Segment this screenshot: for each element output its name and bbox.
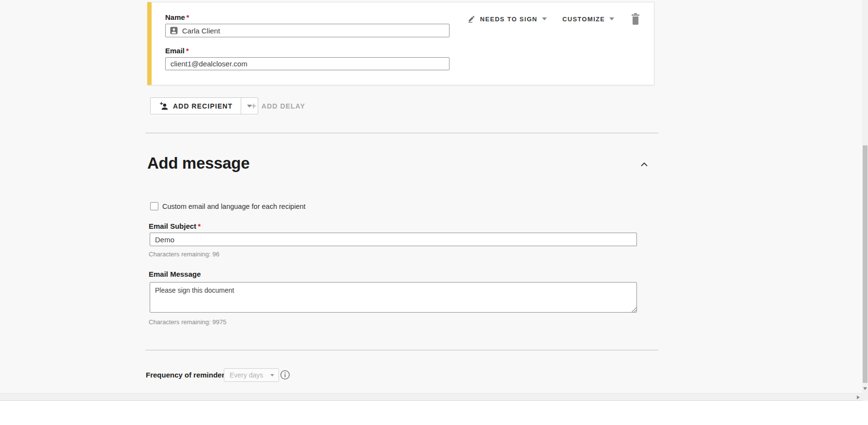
email-message-label-text: Email Message [149, 270, 201, 278]
custom-email-checkbox-label[interactable]: Custom email and language for each recip… [162, 203, 306, 210]
send-for-signature-page: Name* Email* NEEDS TO SIGN CUSTOMIZE [0, 0, 868, 425]
required-asterisk: * [198, 222, 201, 230]
caret-down-icon [542, 17, 547, 20]
recipient-name-field[interactable] [165, 24, 450, 37]
info-icon [280, 370, 290, 380]
email-message-label: Email Message [149, 270, 201, 278]
required-asterisk: * [186, 13, 189, 21]
message-chars-remaining: Characters remaining: 9975 [149, 318, 226, 326]
recipient-name-input[interactable] [182, 27, 445, 35]
scroll-right-arrow-icon[interactable] [857, 395, 860, 399]
caret-down-icon [270, 374, 274, 377]
vertical-scrollbar-thumb[interactable] [863, 145, 868, 383]
reminder-info-button[interactable] [280, 370, 290, 380]
caret-down-icon [609, 17, 614, 20]
custom-email-checkbox[interactable] [150, 202, 158, 210]
needs-to-sign-label: NEEDS TO SIGN [480, 16, 538, 23]
reminder-frequency-value: Every days [230, 371, 263, 379]
horizontal-scrollbar[interactable] [0, 393, 862, 401]
frequency-of-reminders-label: Frequency of reminders: [146, 371, 231, 379]
required-asterisk: * [186, 47, 189, 55]
add-recipient-button[interactable]: ADD RECIPIENT [151, 98, 241, 114]
add-delay-label: ADD DELAY [262, 102, 305, 110]
add-message-heading: Add message [147, 154, 249, 173]
section-divider [145, 133, 658, 133]
signature-pen-icon [467, 15, 476, 23]
add-delay-button[interactable]: + ADD DELAY [251, 97, 305, 114]
email-subject-input[interactable] [150, 233, 637, 246]
person-add-icon [159, 101, 169, 110]
subject-chars-remaining: Characters remaining: 96 [149, 251, 219, 258]
plus-icon: + [251, 101, 257, 111]
recipient-email-input[interactable] [165, 57, 450, 70]
email-subject-label-text: Email Subject [149, 222, 196, 230]
vertical-scrollbar[interactable] [862, 0, 868, 393]
email-subject-label: Email Subject* [149, 222, 201, 230]
email-message-textarea[interactable]: Please sign this document [150, 282, 637, 313]
collapse-section-button[interactable] [640, 159, 653, 170]
scroll-down-arrow-icon[interactable] [863, 387, 867, 390]
needs-to-sign-dropdown[interactable]: NEEDS TO SIGN [467, 13, 547, 25]
contact-badge-icon [170, 26, 178, 35]
name-label: Name* [165, 13, 189, 21]
delete-recipient-button[interactable] [630, 12, 643, 26]
reminder-frequency-select[interactable]: Every days [224, 368, 279, 382]
recipient-card: Name* Email* NEEDS TO SIGN CUSTOMIZE [147, 2, 654, 85]
section-divider [145, 350, 658, 350]
chevron-up-icon [640, 162, 653, 167]
email-label-text: Email [165, 47, 185, 55]
footer-action-bar: SEND NOW NEXT [0, 401, 868, 425]
email-label: Email* [165, 47, 189, 55]
add-recipient-split-button: ADD RECIPIENT [150, 97, 258, 114]
trash-icon [630, 13, 643, 25]
scrollbar-corner [862, 393, 868, 401]
customize-dropdown[interactable]: CUSTOMIZE [562, 13, 614, 25]
name-label-text: Name [165, 13, 185, 21]
add-recipient-label: ADD RECIPIENT [173, 102, 232, 110]
customize-label: CUSTOMIZE [562, 16, 605, 23]
textarea-resize-grip[interactable] [632, 307, 636, 312]
